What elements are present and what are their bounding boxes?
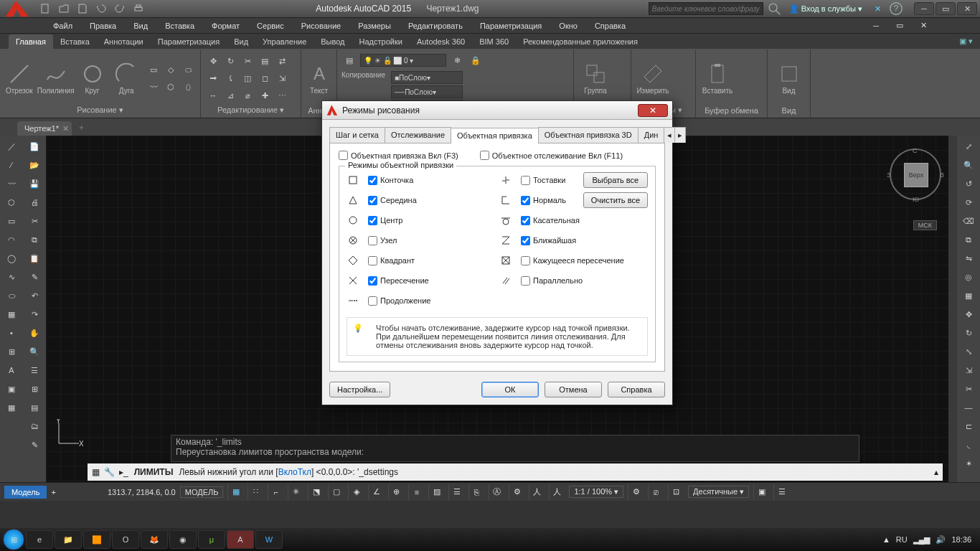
tb-array-icon[interactable]: ▦ <box>960 288 977 303</box>
sb-grid-icon[interactable]: ▦ <box>227 484 243 500</box>
tb-circle-icon[interactable]: ◯ <box>3 250 20 266</box>
ribtab-a360[interactable]: Autodesk 360 <box>410 34 472 49</box>
tb-ssm-icon[interactable]: 🗂 <box>26 418 43 434</box>
tb-explorer-icon[interactable]: 📁 <box>55 530 82 549</box>
tb-open-icon[interactable]: 📂 <box>26 157 43 173</box>
tb-stretch-icon[interactable]: ⇲ <box>960 362 977 378</box>
sb-otrack-icon[interactable]: ∠ <box>368 484 384 500</box>
ribtab-addins[interactable]: Надстройки <box>352 34 410 49</box>
sb-osnap-icon[interactable]: ▢ <box>328 484 344 500</box>
tb-chrome-icon[interactable]: ◉ <box>169 530 197 549</box>
sb-ws-icon[interactable]: ⚙ <box>628 484 644 500</box>
sb-iso-icon[interactable]: ⬔ <box>308 484 324 500</box>
ribtab-insert[interactable]: Вставка <box>53 34 97 49</box>
tb-xline-icon[interactable]: ∕ <box>3 157 20 173</box>
btn-line[interactable]: Отрезок <box>4 62 34 95</box>
tb-break-icon[interactable]: ⊏ <box>960 418 977 434</box>
tb-rect-icon[interactable]: ▭ <box>3 213 20 229</box>
tb-zoomext-icon[interactable]: ⤢ <box>960 138 977 154</box>
minimize-button[interactable]: ─ <box>914 2 934 15</box>
exchange-icon[interactable]: ✕ <box>870 1 885 17</box>
snap-endpoint-checkbox[interactable]: Конточка <box>368 176 495 185</box>
tb-copy-icon[interactable]: ⧉ <box>26 232 43 248</box>
tb-arc-icon[interactable]: ◠ <box>3 232 20 248</box>
sb-snap-icon[interactable]: ∷ <box>248 484 263 500</box>
tb-orbit-icon[interactable]: ⟳ <box>960 194 977 210</box>
tb-pline-icon[interactable]: 〰 <box>3 176 20 192</box>
ucs-label[interactable]: МСК <box>913 220 937 230</box>
sb-ortho-icon[interactable]: ⌐ <box>268 484 283 500</box>
menu-view[interactable]: Вид <box>125 19 156 32</box>
tab-snap-grid[interactable]: Шаг и сетка <box>329 127 385 143</box>
tb-save-icon[interactable]: 💾 <box>26 176 43 192</box>
color-dropdown[interactable]: ■ ПоСлою ▾ <box>391 71 463 84</box>
cmd-toggle-icon[interactable]: ▦ <box>92 467 100 477</box>
help-search-input[interactable] <box>649 2 763 15</box>
viewcube[interactable]: Верх С В Ю З <box>890 149 941 200</box>
tabs-scroll-right-icon[interactable]: ▸ <box>674 127 686 143</box>
tb-scale-icon[interactable]: ⤡ <box>960 344 977 359</box>
ribtab-featured[interactable]: Рекомендованные приложения <box>516 34 645 49</box>
menu-modify[interactable]: Редактировать <box>400 19 471 32</box>
layout-tab-model[interactable]: Модель <box>4 486 47 499</box>
menu-edit[interactable]: Правка <box>81 19 125 32</box>
help-icon[interactable]: ? <box>888 1 904 17</box>
ribtab-output[interactable]: Вывод <box>314 34 352 49</box>
tb-paste-icon[interactable]: 📋 <box>26 250 43 266</box>
viewcube-face[interactable]: Верх <box>904 163 928 187</box>
tb-copy2-icon[interactable]: ⧉ <box>960 232 977 248</box>
qat-open-icon[interactable] <box>56 1 72 17</box>
app-logo-icon[interactable] <box>4 0 30 18</box>
btn-text[interactable]: AТекст <box>306 62 332 95</box>
sb-extra2-icon[interactable]: 人 <box>529 484 545 500</box>
snap-extension-checkbox[interactable]: Продолжение <box>368 296 495 306</box>
tb-print-icon[interactable]: 🖨 <box>26 194 43 210</box>
btn-group[interactable]: Группа <box>578 62 613 95</box>
tb-autocad-icon[interactable]: A <box>227 530 254 549</box>
maximize-button[interactable]: ▭ <box>936 2 956 15</box>
tray-flag-icon[interactable]: ▲ <box>882 535 890 544</box>
menu-help[interactable]: Справка <box>586 19 634 32</box>
tb-app1-icon[interactable]: 🟧 <box>83 530 110 549</box>
mdi-minimize-icon[interactable]: ─ <box>864 19 887 32</box>
sb-lwt-icon[interactable]: ≡ <box>408 484 424 500</box>
tb-offset-icon[interactable]: ◎ <box>960 269 977 285</box>
layer-props-icon[interactable]: ▤ <box>341 52 357 68</box>
ribtab-home[interactable]: Главная <box>9 34 53 49</box>
menu-insert[interactable]: Вставка <box>156 19 203 32</box>
units-dropdown[interactable]: Десятичные ▾ <box>688 486 749 498</box>
clear-all-button[interactable]: Очистить все <box>583 192 648 208</box>
tray-net-icon[interactable]: ▂▄▆ <box>913 535 930 545</box>
snap-nearest-checkbox[interactable]: Ближайшая <box>521 236 648 245</box>
ribtab-annotate[interactable]: Аннотации <box>97 34 151 49</box>
tb-props-icon[interactable]: ☰ <box>26 362 43 378</box>
btn-arc[interactable]: Дуга <box>111 62 141 95</box>
layer-dropdown[interactable]: 💡 ☀ 🔓 ⬜ 0 ▾ <box>360 54 446 67</box>
tb-ie-icon[interactable]: e <box>26 530 53 549</box>
tb-table-icon[interactable]: ▦ <box>3 400 20 415</box>
tb-ut-icon[interactable]: μ <box>198 530 225 549</box>
btn-paste[interactable]: Вставить <box>700 62 735 95</box>
coords-readout[interactable]: 1313.7, 2184.6, 0.0 <box>108 488 176 496</box>
tray-vol-icon[interactable]: 🔊 <box>936 535 946 545</box>
tray-time[interactable]: 18:36 <box>951 535 971 544</box>
cmd-expand-icon[interactable]: ▴ <box>934 467 938 477</box>
sb-extra1-icon[interactable]: ⚙ <box>509 484 524 500</box>
mdi-restore-icon[interactable]: ▭ <box>887 19 912 32</box>
dialog-titlebar[interactable]: Режимы рисования ✕ <box>322 101 672 120</box>
tb-tp-icon[interactable]: ▤ <box>26 400 43 415</box>
snap-parallel-checkbox[interactable]: Параллельно <box>521 276 648 286</box>
tab-dyn[interactable]: Дин <box>638 127 665 143</box>
sb-custom-icon[interactable]: ☰ <box>773 484 789 500</box>
tb-fillet-icon[interactable]: ◟ <box>960 437 977 453</box>
tray-lang[interactable]: RU <box>896 535 908 544</box>
qat-redo-icon[interactable] <box>112 1 128 17</box>
qat-save-icon[interactable] <box>75 1 90 17</box>
tb-new-icon[interactable]: 📄 <box>26 138 43 154</box>
btn-measure[interactable]: Измерить <box>636 62 670 95</box>
sb-ann-icon[interactable]: Ⓐ <box>489 484 504 500</box>
tb-spline-icon[interactable]: ∿ <box>3 269 20 285</box>
ribtab-param[interactable]: Параметризация <box>151 34 227 49</box>
tb-zoomwin-icon[interactable]: 🔍 <box>960 157 977 173</box>
sb-sc-icon[interactable]: ⎘ <box>468 484 484 500</box>
